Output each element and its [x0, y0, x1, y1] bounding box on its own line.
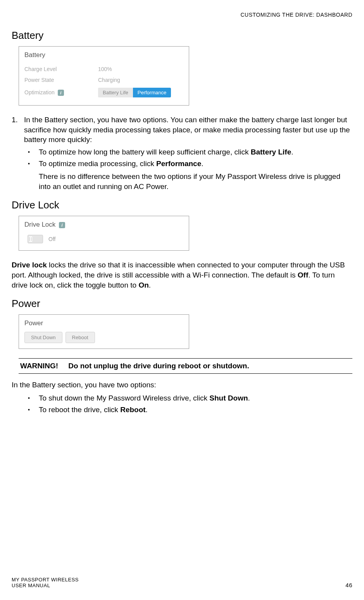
charge-level-label: Charge Level: [24, 66, 98, 72]
power-state-row: Power State Charging: [24, 75, 183, 85]
drivelock-toggle-row: Off: [24, 233, 183, 245]
optimization-row: Optimization i Battery Life Performance: [24, 85, 183, 100]
power-intro: In the Battery section, you have two opt…: [12, 380, 352, 390]
power-panel-title: Power: [24, 319, 183, 327]
performance-button[interactable]: Performance: [133, 88, 171, 97]
warning-box: WARNING! Do not unplug the drive during …: [19, 358, 352, 374]
bullet-post: .: [201, 160, 203, 168]
drivelock-description: Drive lock locks the drive so that it is…: [12, 260, 352, 290]
power-bullet-2: ▪ To reboot the drive, click Reboot.: [28, 405, 352, 415]
optimization-segmented: Battery Life Performance: [98, 88, 171, 97]
info-icon[interactable]: i: [58, 90, 64, 96]
drivelock-panel: Drive Lock i Off: [19, 216, 189, 251]
power-bullet-1: ▪ To shut down the My Password Wireless …: [28, 393, 352, 403]
warning-label: WARNING!: [20, 362, 58, 370]
power-panel: Power Shut Down Reboot: [19, 314, 189, 349]
bullet-post: .: [146, 406, 148, 414]
bullet-text: To optimize media processing, click Perf…: [39, 159, 352, 169]
power-heading: Power: [12, 298, 352, 310]
toggle-nub: [29, 236, 32, 242]
dl-on: On: [138, 281, 148, 289]
warning-text: Do not unplug the drive during reboot or…: [68, 362, 249, 370]
battery-life-button[interactable]: Battery Life: [98, 88, 133, 97]
drivelock-state: Off: [48, 236, 55, 242]
step-number: 1.: [12, 115, 24, 145]
shutdown-button[interactable]: Shut Down: [24, 332, 62, 343]
bullet-bold: Shut Down: [209, 394, 248, 402]
drivelock-heading: Drive Lock: [12, 199, 352, 211]
charge-level-row: Charge Level 100%: [24, 64, 183, 75]
page-footer: MY PASSPORT WIRELESS USER MANUAL 46: [12, 577, 352, 588]
bullet-text: To reboot the drive, click Reboot.: [39, 405, 352, 415]
drivelock-bold: Drive lock: [12, 261, 47, 269]
power-state-label: Power State: [24, 77, 98, 83]
battery-panel-title: Battery: [24, 51, 183, 59]
footer-left: MY PASSPORT WIRELESS USER MANUAL: [12, 577, 79, 588]
footer-line2: USER MANUAL: [12, 583, 79, 588]
bullet-bold: Reboot: [120, 406, 145, 414]
battery-panel: Battery Charge Level 100% Power State Ch…: [19, 46, 189, 106]
bullet-bold: Battery Life: [251, 148, 292, 156]
dl-end: .: [149, 281, 151, 289]
power-bullets: ▪ To shut down the My Password Wireless …: [28, 393, 352, 414]
battery-bullet-1: ▪ To optimize how long the battery will …: [28, 147, 352, 157]
reboot-button[interactable]: Reboot: [66, 332, 95, 343]
bullet-bold: Performance: [156, 160, 201, 168]
bullet-pre: To optimize media processing, click: [39, 160, 156, 168]
bullet-icon: ▪: [28, 159, 39, 169]
page-number: 46: [345, 582, 352, 588]
bullet-text: To optimize how long the battery will ke…: [39, 147, 352, 157]
battery-heading: Battery: [12, 29, 352, 42]
optimization-text: Optimization: [24, 89, 55, 95]
footer-line1: MY PASSPORT WIRELESS: [12, 577, 79, 583]
battery-bullet-2: ▪ To optimize media processing, click Pe…: [28, 159, 352, 169]
battery-bullets: ▪ To optimize how long the battery will …: [28, 147, 352, 168]
drivelock-toggle[interactable]: [28, 235, 43, 243]
drivelock-panel-title: Drive Lock i: [24, 221, 183, 229]
battery-note: There is no difference between the two o…: [39, 172, 352, 191]
battery-step-1: 1. In the Battery section, you have two …: [12, 115, 352, 145]
bullet-icon: ▪: [28, 147, 39, 157]
info-icon[interactable]: i: [59, 222, 65, 228]
bullet-post: .: [291, 148, 293, 156]
dl-pre: locks the drive so that it is inaccessib…: [12, 261, 345, 279]
bullet-pre: To shut down the My Password Wireless dr…: [39, 394, 209, 402]
charge-level-value: 100%: [98, 66, 112, 72]
bullet-icon: ▪: [28, 393, 39, 403]
bullet-pre: To optimize how long the battery will ke…: [39, 148, 251, 156]
power-state-value: Charging: [98, 77, 120, 83]
power-buttons: Shut Down Reboot: [24, 332, 183, 343]
bullet-pre: To reboot the drive, click: [39, 406, 120, 414]
dl-off: Off: [298, 271, 308, 279]
step-text: In the Battery section, you have two opt…: [24, 115, 352, 145]
bullet-post: .: [248, 394, 250, 402]
page-header: CUSTOMIZING THE DRIVE: DASHBOARD: [12, 12, 352, 18]
drivelock-title-text: Drive Lock: [24, 221, 55, 228]
bullet-icon: ▪: [28, 405, 39, 415]
bullet-text: To shut down the My Password Wireless dr…: [39, 393, 352, 403]
optimization-label: Optimization i: [24, 89, 98, 96]
